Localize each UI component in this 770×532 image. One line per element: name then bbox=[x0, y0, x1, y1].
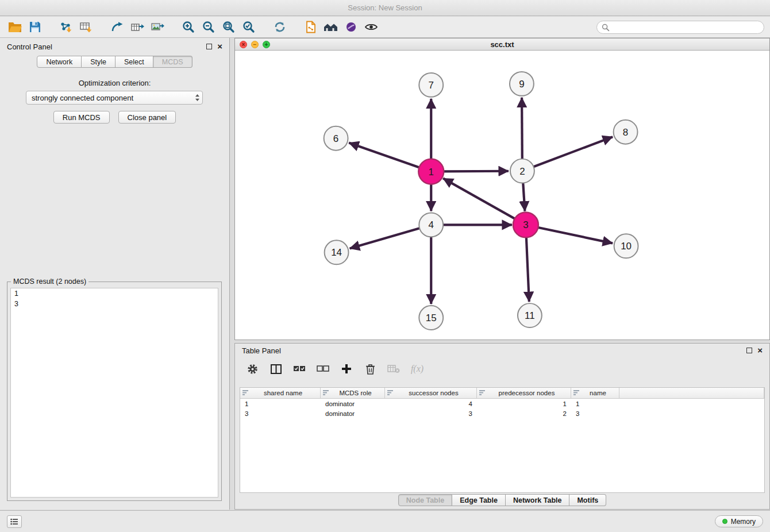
memory-button[interactable]: Memory bbox=[715, 515, 763, 527]
graph-edge-3-11[interactable] bbox=[526, 237, 529, 302]
delete-column-icon[interactable] bbox=[363, 362, 377, 376]
deselect-all-columns-icon[interactable] bbox=[316, 362, 330, 376]
apply-layout-icon[interactable] bbox=[271, 18, 289, 36]
export-image-icon[interactable] bbox=[148, 18, 167, 36]
network-graph: 7968124314101511 bbox=[235, 51, 769, 340]
save-session-icon[interactable] bbox=[26, 18, 44, 36]
mcds-result-item[interactable]: 1 bbox=[11, 288, 218, 299]
graph-node-8[interactable]: 8 bbox=[614, 120, 638, 144]
graph-node-11[interactable]: 11 bbox=[518, 303, 542, 327]
show-graphics-details-icon[interactable] bbox=[362, 18, 380, 36]
float-panel-icon[interactable] bbox=[206, 44, 212, 49]
column-header-mcds-role[interactable]: MCDS role bbox=[321, 388, 385, 398]
tab-node-table[interactable]: Node Table bbox=[398, 494, 452, 506]
table-row[interactable]: 1dominator411 bbox=[240, 399, 764, 408]
column-header-predecessor-nodes[interactable]: predecessor nodes bbox=[477, 388, 571, 398]
graph-node-14[interactable]: 14 bbox=[325, 240, 349, 264]
graph-node-2[interactable]: 2 bbox=[510, 159, 534, 183]
table-cell: 4 bbox=[385, 400, 477, 407]
svg-text:1: 1 bbox=[429, 167, 434, 178]
graph-node-9[interactable]: 9 bbox=[510, 72, 534, 96]
import-table-icon[interactable] bbox=[77, 18, 95, 36]
table-header-row: shared nameMCDS rolesuccessor nodesprede… bbox=[240, 388, 764, 399]
graph-edge-2-9[interactable] bbox=[522, 98, 522, 159]
network-window-titlebar[interactable]: × − + scc.txt bbox=[235, 38, 769, 51]
graph-edge-2-3[interactable] bbox=[523, 183, 525, 211]
graph-node-6[interactable]: 6 bbox=[324, 126, 348, 151]
select-all-columns-icon[interactable] bbox=[292, 362, 306, 376]
mcds-result-item[interactable]: 3 bbox=[11, 299, 218, 309]
list-icon bbox=[10, 518, 18, 525]
table-body: 1dominator4113dominator323 bbox=[240, 399, 764, 418]
control-panel: Control Panel × NetworkStyleSelectMCDS O… bbox=[0, 38, 230, 510]
network-window-title: scc.txt bbox=[490, 40, 514, 49]
mcds-result-title: MCDS result (2 nodes) bbox=[11, 277, 88, 286]
tab-select[interactable]: Select bbox=[116, 56, 153, 68]
run-mcds-button[interactable]: Run MCDS bbox=[53, 111, 110, 124]
tab-edge-table[interactable]: Edge Table bbox=[452, 494, 506, 506]
memory-status-dot bbox=[722, 519, 727, 524]
zoom-in-icon[interactable] bbox=[179, 18, 198, 36]
search-input[interactable] bbox=[596, 21, 764, 34]
svg-text:10: 10 bbox=[621, 241, 632, 252]
control-panel-header: Control Panel × bbox=[0, 40, 229, 53]
toolbar-separator bbox=[260, 18, 269, 36]
export-network-icon[interactable] bbox=[108, 18, 126, 36]
table-row[interactable]: 3dominator323 bbox=[240, 408, 764, 418]
minimize-window-button[interactable]: − bbox=[251, 41, 259, 48]
graph-node-3[interactable]: 3 bbox=[513, 212, 538, 237]
graph-node-4[interactable]: 4 bbox=[419, 213, 443, 237]
column-header-name[interactable]: name bbox=[571, 388, 619, 398]
column-header-shared-name[interactable]: shared name bbox=[240, 388, 321, 398]
close-panel-button[interactable]: Close panel bbox=[118, 111, 176, 124]
control-panel-title: Control Panel bbox=[7, 43, 52, 51]
close-window-button[interactable]: × bbox=[240, 41, 247, 48]
tab-motifs[interactable]: Motifs bbox=[569, 494, 606, 506]
tab-mcds[interactable]: MCDS bbox=[153, 56, 192, 68]
tab-network-table[interactable]: Network Table bbox=[506, 494, 570, 506]
optimization-criterion-select[interactable]: strongly connected component bbox=[26, 91, 203, 105]
zoom-out-icon[interactable] bbox=[199, 18, 218, 36]
add-column-icon[interactable] bbox=[340, 362, 353, 376]
export-table-icon[interactable] bbox=[128, 18, 147, 36]
graph-edge-4-14[interactable] bbox=[350, 228, 420, 248]
graph-edge-1-2[interactable] bbox=[443, 171, 509, 172]
network-window: × − + scc.txt 7968124314101511 bbox=[234, 38, 770, 340]
graph-node-7[interactable]: 7 bbox=[419, 73, 443, 97]
import-network-icon[interactable] bbox=[57, 18, 75, 36]
zoom-window-button[interactable]: + bbox=[263, 41, 270, 48]
graph-node-15[interactable]: 15 bbox=[419, 306, 443, 330]
tab-network[interactable]: Network bbox=[37, 56, 82, 68]
table-cell: 3 bbox=[571, 410, 619, 417]
graph-edge-1-6[interactable] bbox=[349, 143, 419, 168]
float-table-panel-icon[interactable] bbox=[746, 348, 752, 353]
column-header-successor-nodes[interactable]: successor nodes bbox=[385, 388, 477, 398]
close-table-panel-icon[interactable]: × bbox=[757, 348, 763, 353]
delete-table-icon[interactable] bbox=[387, 362, 401, 376]
svg-text:14: 14 bbox=[331, 247, 342, 258]
close-panel-icon[interactable]: × bbox=[217, 44, 222, 49]
table-cell: 3 bbox=[240, 410, 321, 417]
tab-style[interactable]: Style bbox=[82, 56, 116, 68]
graph-node-10[interactable]: 10 bbox=[614, 234, 638, 258]
graph-edge-3-10[interactable] bbox=[537, 228, 613, 244]
open-network-file-icon[interactable] bbox=[302, 18, 320, 36]
show-panels-button[interactable] bbox=[7, 515, 22, 528]
network-canvas[interactable]: 7968124314101511 bbox=[235, 51, 769, 340]
zoom-selected-icon[interactable] bbox=[240, 18, 258, 36]
optimization-criterion-label: Optimization criterion: bbox=[0, 79, 229, 87]
graph-node-1[interactable]: 1 bbox=[418, 159, 444, 184]
zoom-fit-icon[interactable] bbox=[220, 18, 238, 36]
open-session-icon[interactable] bbox=[6, 18, 24, 36]
home-networks-icon[interactable] bbox=[322, 18, 340, 36]
show-columns-icon[interactable] bbox=[269, 362, 283, 376]
table-settings-icon[interactable] bbox=[245, 362, 259, 376]
toolbar-separator bbox=[46, 18, 55, 36]
function-builder-icon[interactable]: f(x) bbox=[410, 362, 424, 376]
svg-text:8: 8 bbox=[623, 127, 628, 138]
main-toolbar bbox=[0, 17, 770, 38]
mcds-result-group: MCDS result (2 nodes) 13 bbox=[7, 282, 222, 501]
graph-edge-3-1[interactable] bbox=[443, 178, 515, 219]
graph-edge-2-8[interactable] bbox=[534, 137, 613, 167]
style-tool-icon[interactable] bbox=[342, 18, 360, 36]
